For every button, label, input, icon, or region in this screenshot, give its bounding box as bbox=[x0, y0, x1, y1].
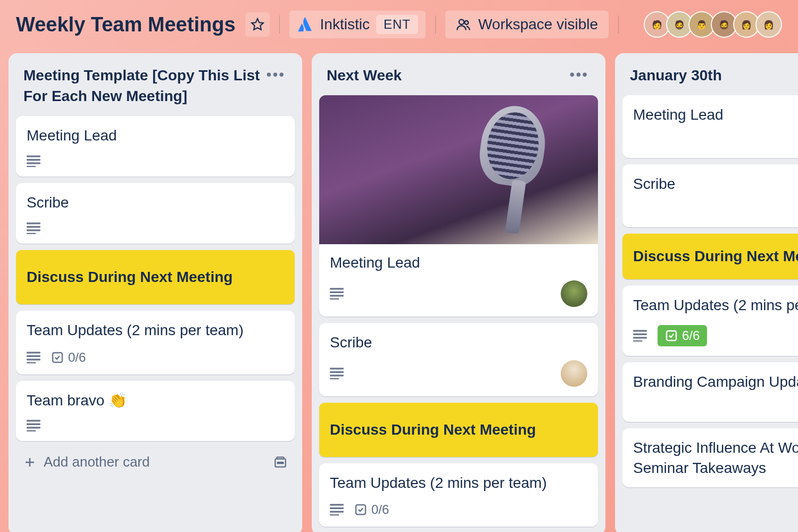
svg-rect-14 bbox=[27, 362, 36, 363]
workspace-switcher[interactable]: Inktistic ENT bbox=[289, 11, 426, 38]
svg-rect-19 bbox=[27, 430, 36, 431]
svg-rect-12 bbox=[27, 355, 40, 356]
svg-rect-34 bbox=[330, 508, 344, 509]
card-title: Branding Campaign Update bbox=[633, 372, 798, 392]
card-member-avatar[interactable] bbox=[561, 280, 587, 307]
card-title: Discuss During Next Meeting bbox=[330, 420, 587, 440]
list-title[interactable]: January 30th bbox=[630, 65, 722, 86]
card-title: Scribe bbox=[330, 332, 587, 353]
list-menu-button[interactable]: ••• bbox=[568, 65, 591, 84]
svg-rect-38 bbox=[633, 330, 647, 331]
avatar[interactable]: 👩 bbox=[755, 11, 782, 38]
svg-rect-4 bbox=[27, 159, 40, 161]
card-title: Discuss During Next Meeting bbox=[633, 246, 798, 267]
checklist-icon bbox=[354, 503, 367, 516]
svg-point-2 bbox=[464, 21, 468, 24]
list: Meeting Template [Copy This List For Eac… bbox=[9, 53, 302, 532]
board-title[interactable]: Weekly Team Meetings bbox=[16, 13, 236, 36]
divider bbox=[279, 15, 280, 34]
svg-rect-29 bbox=[330, 368, 344, 369]
card[interactable]: Team Updates (2 mins per team) 0/6 bbox=[319, 463, 598, 527]
list: Next Week ••• Meeting Lead Scribe bbox=[312, 53, 605, 532]
card-separator[interactable]: Discuss During Next Meeting bbox=[622, 234, 798, 279]
checklist-count: 0/6 bbox=[371, 502, 389, 517]
star-button[interactable] bbox=[245, 12, 270, 37]
template-icon[interactable] bbox=[273, 455, 287, 469]
card[interactable]: Scribe bbox=[319, 323, 598, 396]
add-card-button[interactable]: Add another card bbox=[16, 447, 295, 477]
card[interactable]: Meeting Lead bbox=[319, 95, 598, 317]
svg-rect-26 bbox=[330, 292, 344, 293]
card-separator[interactable]: Discuss During Next Meeting bbox=[16, 250, 295, 304]
svg-rect-33 bbox=[330, 504, 344, 506]
card[interactable]: Branding Campaign Update bbox=[622, 362, 798, 422]
list-menu-button[interactable]: ••• bbox=[264, 65, 287, 84]
svg-rect-11 bbox=[27, 352, 40, 353]
list-header: January 30th bbox=[622, 62, 798, 89]
people-icon bbox=[456, 17, 471, 32]
card[interactable]: Team Updates (2 mins per team) 0/6 bbox=[16, 311, 295, 375]
list-header: Next Week ••• bbox=[319, 62, 598, 89]
svg-rect-8 bbox=[27, 226, 40, 228]
svg-rect-27 bbox=[330, 295, 344, 296]
svg-point-1 bbox=[459, 20, 464, 24]
svg-rect-30 bbox=[330, 371, 344, 372]
description-icon bbox=[330, 504, 344, 516]
svg-rect-17 bbox=[27, 423, 40, 425]
card[interactable]: Meeting Lead bbox=[622, 95, 798, 158]
card[interactable]: Scribe bbox=[16, 183, 295, 244]
star-icon bbox=[251, 18, 264, 31]
card-title: Team bravo 👏 bbox=[27, 390, 284, 411]
list-header: Meeting Template [Copy This List For Eac… bbox=[16, 62, 295, 110]
description-icon bbox=[330, 368, 344, 379]
card[interactable]: Team bravo 👏 bbox=[16, 381, 295, 442]
microphone-image bbox=[481, 106, 550, 234]
svg-rect-9 bbox=[27, 229, 40, 231]
checklist-badge: 0/6 bbox=[51, 350, 86, 365]
plus-icon bbox=[23, 456, 36, 469]
workspace-tier-badge: ENT bbox=[376, 15, 418, 34]
checklist-icon bbox=[51, 351, 64, 364]
card-member-avatar[interactable] bbox=[561, 360, 587, 387]
description-icon bbox=[27, 352, 40, 363]
svg-rect-25 bbox=[330, 288, 344, 289]
svg-rect-23 bbox=[277, 457, 284, 459]
svg-rect-10 bbox=[27, 233, 36, 234]
checklist-count: 6/6 bbox=[682, 328, 700, 343]
card-title: Strategic Influence At Work Training Sem… bbox=[633, 438, 798, 478]
card-title: Team Updates (2 mins per team) bbox=[633, 295, 798, 315]
svg-rect-36 bbox=[330, 514, 339, 516]
card[interactable]: Scribe bbox=[622, 164, 798, 227]
workspace-name: Inktistic bbox=[320, 16, 370, 33]
card-title: Team Updates (2 mins per team) bbox=[330, 473, 587, 493]
checklist-icon bbox=[665, 329, 678, 342]
card-title: Scribe bbox=[633, 174, 798, 194]
card-separator[interactable]: Discuss During Next Meeting bbox=[319, 403, 598, 457]
description-icon bbox=[27, 222, 40, 234]
list-title[interactable]: Next Week bbox=[327, 65, 402, 86]
card-cover-image bbox=[319, 95, 598, 244]
svg-rect-6 bbox=[27, 166, 36, 167]
card[interactable]: Strategic Influence At Work Training Sem… bbox=[622, 428, 798, 488]
checklist-badge-complete: 6/6 bbox=[658, 325, 707, 346]
svg-marker-0 bbox=[252, 19, 263, 30]
checklist-count: 0/6 bbox=[68, 350, 86, 365]
card[interactable]: Meeting Lead bbox=[16, 116, 295, 177]
svg-rect-41 bbox=[633, 340, 642, 341]
svg-rect-13 bbox=[27, 359, 40, 360]
list-title[interactable]: Meeting Template [Copy This List For Eac… bbox=[23, 65, 264, 106]
description-icon bbox=[27, 155, 40, 167]
divider bbox=[435, 15, 436, 34]
board-header: Weekly Team Meetings Inktistic ENT Works… bbox=[0, 0, 798, 49]
visibility-button[interactable]: Workspace visible bbox=[445, 11, 609, 38]
svg-rect-28 bbox=[330, 298, 339, 300]
svg-rect-39 bbox=[633, 333, 647, 335]
board-members[interactable]: 🧑 🧔 👨 🧔 👩 👩 bbox=[648, 11, 782, 38]
card-title: Team Updates (2 mins per team) bbox=[27, 320, 284, 340]
divider bbox=[618, 15, 619, 34]
svg-rect-24 bbox=[278, 462, 284, 463]
card[interactable]: Team Updates (2 mins per team) 6/6 bbox=[622, 286, 798, 356]
svg-rect-3 bbox=[27, 155, 40, 157]
list: January 30th Meeting Lead Scribe Discuss… bbox=[615, 53, 798, 532]
svg-rect-40 bbox=[633, 337, 647, 338]
